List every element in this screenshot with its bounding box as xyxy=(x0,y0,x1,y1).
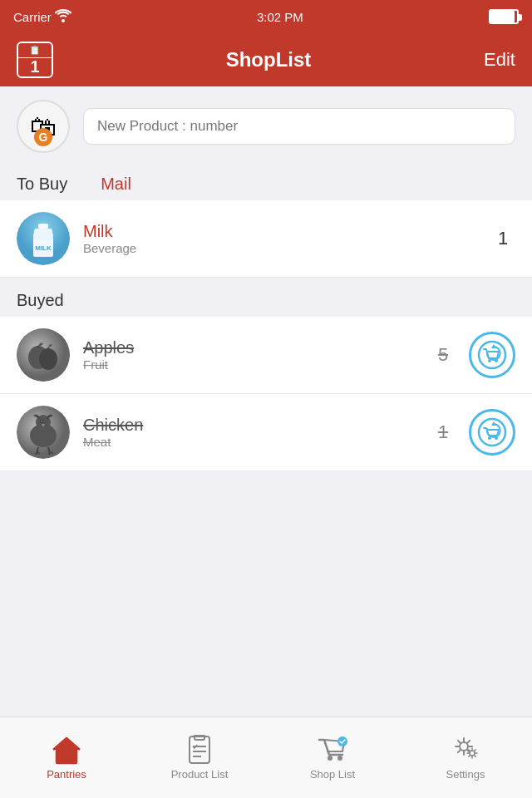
wifi-icon xyxy=(55,9,71,25)
buyed-section-header: Buyed xyxy=(0,278,532,317)
to-buy-section-header: To Buy Mail xyxy=(0,166,532,200)
tab-shop-list[interactable]: Shop List xyxy=(266,717,399,798)
item-category-apples: Fruit xyxy=(83,357,417,372)
tab-label-pantries: Pantries xyxy=(47,768,86,781)
to-buy-list: MILK Milk Beverage 1 xyxy=(0,200,532,278)
buyed-list: Apples Fruit 5 xyxy=(0,317,532,471)
item-info-chicken: Chicken Meat xyxy=(83,416,417,449)
tab-settings[interactable]: Settings xyxy=(399,717,532,798)
item-info-apples: Apples Fruit xyxy=(83,338,417,372)
item-qty-milk: 1 xyxy=(490,228,515,249)
battery-icon xyxy=(489,9,519,24)
undo-button-chicken[interactable] xyxy=(469,409,515,456)
svg-point-20 xyxy=(479,419,505,446)
item-category-milk: Beverage xyxy=(83,241,477,255)
avatar-letter: G xyxy=(34,128,52,146)
item-qty-chicken: 1 xyxy=(431,421,456,443)
item-category-chicken: Meat xyxy=(83,435,417,449)
svg-point-9 xyxy=(479,342,505,368)
app-title: ShopList xyxy=(226,48,312,71)
tab-bar: Pantries Product List Shop List xyxy=(0,717,532,798)
svg-rect-1 xyxy=(38,224,48,229)
main-content: 🛍 G To Buy Mail xyxy=(0,86,532,717)
new-product-input[interactable] xyxy=(83,108,515,145)
tab-label-settings: Settings xyxy=(446,768,485,781)
svg-point-32 xyxy=(337,756,342,761)
item-image-chicken xyxy=(17,406,70,459)
tab-product-list[interactable]: Product List xyxy=(133,717,266,798)
carrier-label: Carrier xyxy=(13,10,52,24)
tab-pantries[interactable]: Pantries xyxy=(0,717,133,798)
list-item[interactable]: Chicken Meat 1 xyxy=(0,394,532,471)
tab-label-shop-list: Shop List xyxy=(310,768,355,781)
item-info-milk: Milk Beverage xyxy=(83,222,477,255)
user-row: 🛍 G xyxy=(0,86,532,166)
clock: 3:02 PM xyxy=(257,10,303,24)
status-bar: Carrier 3:02 PM xyxy=(0,0,532,33)
mail-label: Mail xyxy=(101,175,131,194)
item-qty-apples: 5 xyxy=(431,344,456,366)
app-header: 📋 1 ShopList Edit xyxy=(0,33,532,86)
undo-button-apples[interactable] xyxy=(469,332,515,378)
svg-point-34 xyxy=(460,742,468,751)
svg-point-31 xyxy=(328,756,332,761)
buyed-label: Buyed xyxy=(17,291,64,309)
item-name-chicken: Chicken xyxy=(83,416,417,435)
item-image-milk: MILK xyxy=(17,212,70,265)
tab-label-product-list: Product List xyxy=(171,768,229,781)
item-name-milk: Milk xyxy=(83,222,477,241)
svg-text:MILK: MILK xyxy=(35,244,52,252)
list-item[interactable]: MILK Milk Beverage 1 xyxy=(0,200,532,278)
svg-point-6 xyxy=(39,348,57,370)
svg-point-17 xyxy=(41,421,42,422)
list-item[interactable]: Apples Fruit 5 xyxy=(0,317,532,394)
to-buy-label: To Buy xyxy=(17,175,67,194)
item-name-apples: Apples xyxy=(83,338,417,357)
edit-button[interactable]: Edit xyxy=(484,49,515,71)
avatar[interactable]: 🛍 G xyxy=(17,100,70,153)
app-icon: 📋 1 xyxy=(17,42,53,78)
item-image-apples xyxy=(17,328,70,382)
